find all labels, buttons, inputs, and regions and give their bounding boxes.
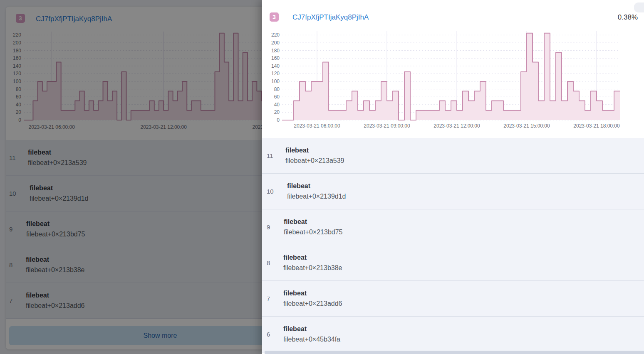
frame-index: 10 [262,188,283,195]
frame-index: 9 [262,224,283,231]
frame-name: filebeat [287,182,346,190]
svg-text:180: 180 [271,48,280,54]
svg-text:140: 140 [271,63,280,69]
frame-address: filebeat+0×213add6 [283,300,342,307]
frame-index: 7 [262,295,283,302]
stack-frame-list: 11 filebeat filebeat+0×213a539 10 filebe… [262,138,644,353]
svg-text:40: 40 [274,102,280,108]
frame-name: filebeat [284,218,342,226]
svg-text:2023-03-21 09:00:00: 2023-03-21 09:00:00 [364,123,410,129]
frame-name: filebeat [283,254,342,261]
svg-text:60: 60 [274,94,280,100]
svg-text:2023-03-21 15:00:00: 2023-03-21 15:00:00 [503,123,550,129]
frame-name: filebeat [283,325,340,333]
frame-address: filebeat+0×213b38e [283,264,342,272]
svg-text:2023-03-21 06:00:00: 2023-03-21 06:00:00 [294,123,340,129]
frame-row: 7 filebeat filebeat+0×213add6 [262,281,644,317]
frame-index: 8 [262,259,283,266]
frame-row: 6 filebeat filebeat+0×45b34fa [262,317,644,352]
svg-text:120: 120 [271,71,280,76]
svg-text:2023-03-21 18:00:00: 2023-03-21 18:00:00 [573,123,620,129]
sample-percentage: 0.38% [618,13,638,22]
flyout-close-button[interactable] [634,2,644,12]
svg-text:80: 80 [274,86,280,92]
svg-text:220: 220 [271,32,280,38]
detail-flyout: 3 CJ7fpXfjPTIjaKyq8PjIhA 0.38% 020406080… [262,0,644,354]
frame-name: filebeat [285,147,344,154]
frame-info: filebeat filebeat+0×213add6 [283,290,342,307]
frame-row: 10 filebeat filebeat+0×2139d1d [262,174,644,209]
frame-row: 9 filebeat filebeat+0×213bd75 [262,209,644,245]
svg-text:2023-03-21 12:00:00: 2023-03-21 12:00:00 [433,123,480,129]
svg-text:160: 160 [271,55,280,61]
frame-address: filebeat+0×2139d1d [287,193,346,200]
svg-text:0: 0 [277,117,280,123]
function-title-link[interactable]: CJ7fpXfjPTIjaKyq8PjIhA [292,13,369,22]
frame-info: filebeat filebeat+0×2139d1d [283,182,346,200]
frame-info: filebeat filebeat+0×213a539 [283,147,344,165]
frame-address: filebeat+0×213bd75 [284,229,342,236]
frame-info: filebeat filebeat+0×213bd75 [283,218,342,236]
frame-index: 11 [262,152,283,159]
svg-text:200: 200 [271,40,280,46]
frame-row: 8 filebeat filebeat+0×213b38e [262,245,644,281]
svg-text:20: 20 [274,109,280,115]
frame-info: filebeat filebeat+0×213b38e [283,254,342,272]
samples-histogram: 0204060801001201401601802002202023-03-21… [267,28,637,131]
frame-address: filebeat+0×45b34fa [283,336,340,343]
svg-text:100: 100 [271,79,280,84]
frame-address: filebeat+0×213a539 [285,157,344,165]
rank-badge: 3 [270,12,279,22]
frame-name: filebeat [283,290,342,297]
bottom-bar [265,351,644,354]
frame-index: 6 [262,331,283,338]
frame-info: filebeat filebeat+0×45b34fa [283,325,340,343]
frame-row: 11 filebeat filebeat+0×213a539 [262,138,644,174]
